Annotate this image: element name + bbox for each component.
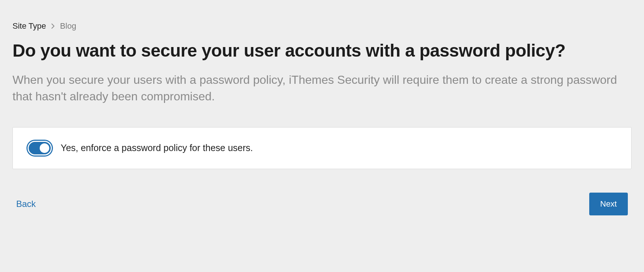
page-subtitle: When you secure your users with a passwo… [12, 72, 630, 105]
password-policy-card: Yes, enforce a password policy for these… [12, 127, 632, 169]
breadcrumb-current: Blog [60, 21, 76, 31]
toggle-knob [40, 143, 49, 153]
next-button[interactable]: Next [589, 193, 628, 215]
footer-nav: Back Next [12, 193, 632, 215]
back-button[interactable]: Back [16, 199, 36, 209]
breadcrumb: Site Type Blog [12, 21, 632, 31]
breadcrumb-parent[interactable]: Site Type [12, 21, 46, 31]
chevron-right-icon [51, 23, 55, 29]
page-title: Do you want to secure your user accounts… [12, 41, 632, 61]
enforce-password-policy-toggle[interactable] [28, 141, 52, 155]
toggle-label: Yes, enforce a password policy for these… [61, 143, 253, 153]
